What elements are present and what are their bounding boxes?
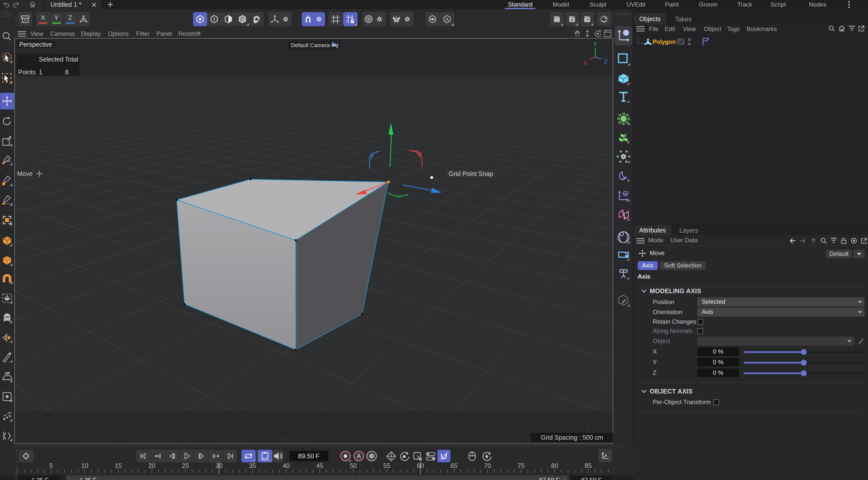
svg-text:Y: Y: [593, 41, 597, 47]
svg-text:Z: Z: [604, 58, 608, 65]
svg-text:X: X: [583, 60, 587, 66]
svg-text:A: A: [445, 16, 449, 22]
